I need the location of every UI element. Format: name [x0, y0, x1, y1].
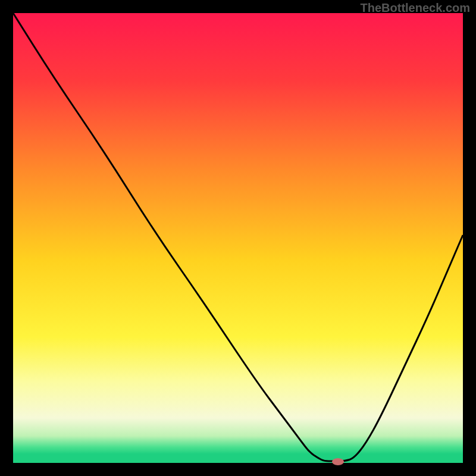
chart-container: TheBottleneck.com — [0, 0, 476, 476]
optimal-marker — [332, 458, 344, 465]
watermark-text: TheBottleneck.com — [361, 1, 470, 15]
chart-background — [13, 13, 463, 463]
chart-svg — [0, 0, 476, 476]
